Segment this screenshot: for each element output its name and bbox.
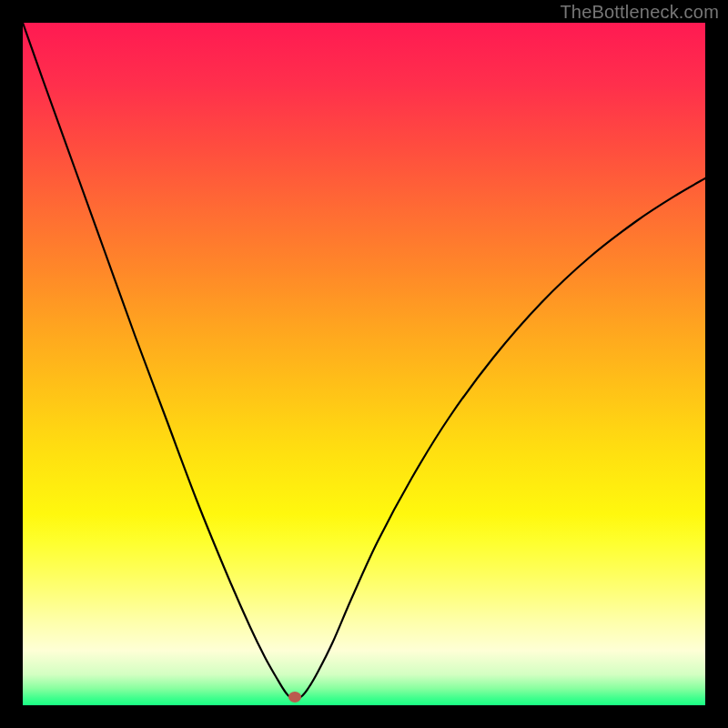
chart-container: TheBottleneck.com — [0, 0, 728, 728]
bottleneck-curve — [23, 23, 705, 705]
watermark-label: TheBottleneck.com — [560, 2, 719, 23]
plot-area — [23, 23, 705, 705]
optimum-marker — [288, 692, 301, 703]
